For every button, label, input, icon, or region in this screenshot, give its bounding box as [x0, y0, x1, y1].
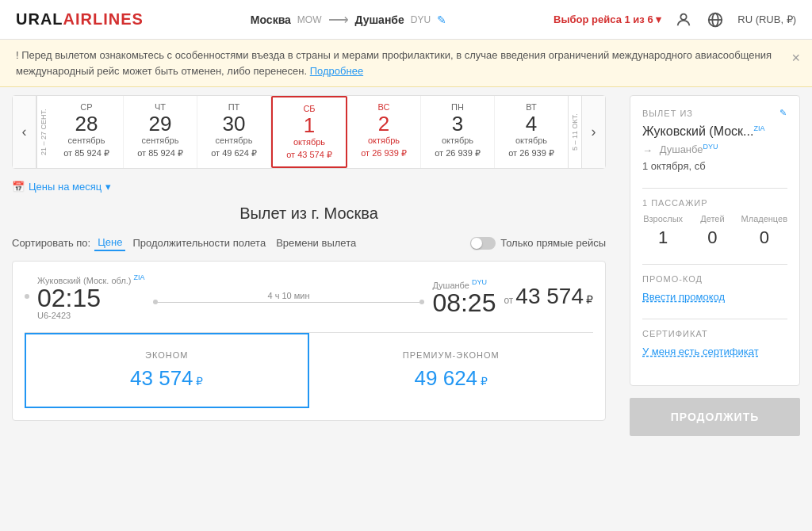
- calendar-day-6[interactable]: ВТ 4 октябрь от 26 939 ₽: [495, 96, 568, 168]
- pax-children: Детей 0: [691, 214, 733, 248]
- day-month-1: сентябрь: [128, 136, 193, 145]
- pax-infants: Младенцев 0: [741, 214, 787, 248]
- sidebar-from-code: ZIA: [753, 124, 764, 132]
- day-name-5: ПН: [425, 102, 490, 112]
- flight-dot: [25, 294, 29, 299]
- week-label-right: 5 – 11 ОКТ.: [568, 96, 581, 168]
- alert-bar: ! Перед вылетом ознакомьтесь с особеннос…: [0, 40, 812, 87]
- sidebar-divider-1: [642, 188, 787, 189]
- calendar-day-3[interactable]: СБ 1 октябрь от 43 574 ₽: [271, 96, 347, 168]
- sort-bar: Сортировать по: Цене Продолжительности п…: [12, 235, 606, 251]
- pax-children-label: Детей: [691, 214, 733, 223]
- day-num-6: 4: [499, 113, 564, 134]
- promo-title: ПРОМО-КОД: [642, 274, 787, 284]
- month-prices-link[interactable]: 📅 Цены на месяц ▾: [12, 181, 606, 193]
- sidebar-passengers-section: 1 ПАССАЖИР Взрослых 1 Детей 0 Младенцев …: [642, 198, 787, 248]
- continue-button[interactable]: ПРОДОЛЖИТЬ: [630, 398, 800, 436]
- promo-link[interactable]: Ввести промокод: [642, 291, 725, 303]
- sidebar-edit-icon[interactable]: ✎: [779, 108, 787, 118]
- flight-line-container: 4 ч 10 мин: [153, 291, 425, 303]
- pax-adults-label: Взрослых: [642, 214, 684, 223]
- header-right: Выбор рейса 1 из 6 ▾ RU (RUB, ₽): [553, 10, 796, 29]
- calendar-prev-button[interactable]: ‹: [13, 96, 36, 168]
- calendar-day-1[interactable]: ЧТ 29 сентябрь от 85 924 ₽: [124, 96, 197, 168]
- sidebar-from-name: Жуковский (Моск...: [642, 124, 753, 138]
- cert-title: СЕРТИФИКАТ: [642, 329, 787, 338]
- sidebar-to-route: → ДушанбеDYU: [642, 143, 787, 155]
- passengers-row: Взрослых 1 Детей 0 Младенцев 0: [642, 214, 787, 248]
- day-name-1: ЧТ: [128, 102, 193, 112]
- week-label-left: 21 – 27 СЕНТ.: [36, 96, 50, 168]
- logo: URAL AIRLINES: [16, 10, 144, 29]
- pax-children-count: 0: [691, 227, 733, 248]
- logo-ural: URAL: [16, 10, 63, 29]
- sort-label: Сортировать по:: [12, 237, 90, 249]
- flight-depart-time: 02:15: [37, 285, 145, 311]
- price-amount: 43 574: [515, 284, 584, 309]
- flight-price: от 43 574 ₽: [504, 284, 593, 309]
- calendar-day-0[interactable]: СР 28 сентябрь от 85 924 ₽: [50, 96, 124, 168]
- sort-by-price[interactable]: Цене: [94, 235, 125, 251]
- user-icon[interactable]: [674, 10, 693, 29]
- dest-code: DYU: [411, 14, 431, 25]
- day-month-2: сентябрь: [201, 136, 266, 145]
- header: URAL AIRLINES Москва MOW ⟶ Душанбе DYU ✎…: [0, 0, 812, 40]
- fare-premium-price-row: 49 624 ₽: [323, 366, 580, 391]
- sidebar-departure-title: ВЫЛЕТ ИЗ ✎: [642, 108, 787, 118]
- sidebar-card: ВЫЛЕТ ИЗ ✎ Жуковский (Моск...ZIA → Душан…: [630, 95, 800, 386]
- alert-link[interactable]: Подробнее: [310, 65, 363, 77]
- calendar-day-2[interactable]: ПТ 30 сентябрь от 49 624 ₽: [197, 96, 271, 168]
- fare-economy[interactable]: ЭКОНОМ 43 574 ₽: [25, 333, 309, 408]
- sidebar-route: Жуковский (Моск...ZIA: [642, 124, 787, 139]
- day-price-3: от 43 574 ₽: [277, 150, 342, 160]
- sidebar-to-code: DYU: [703, 143, 718, 151]
- sort-by-duration[interactable]: Продолжительности полета: [129, 235, 269, 250]
- sort-by-time[interactable]: Времени вылета: [273, 235, 359, 250]
- flight-card: Жуковский (Моск. обл.) ZIA 02:15 U6-2423…: [12, 261, 606, 421]
- sidebar-date: 1 октября, сб: [642, 160, 787, 172]
- fare-economy-currency: ₽: [196, 375, 203, 388]
- right-sidebar: ВЫЛЕТ ИЗ ✎ Жуковский (Моск...ZIA → Душан…: [618, 87, 812, 444]
- day-num-5: 3: [425, 113, 490, 134]
- route-edit-icon[interactable]: ✎: [437, 13, 446, 26]
- pax-adults: Взрослых 1: [642, 214, 684, 248]
- language-selector[interactable]: RU (RUB, ₽): [737, 13, 796, 25]
- flight-to: Душанбе DYU 08:25: [432, 278, 496, 315]
- day-name-2: ПТ: [201, 102, 266, 112]
- sidebar-divider-2: [642, 264, 787, 265]
- header-route: Москва MOW ⟶ Душанбе DYU ✎: [251, 11, 446, 29]
- toggle-switch[interactable]: [470, 237, 496, 250]
- sidebar-divider-3: [642, 319, 787, 319]
- day-name-6: ВТ: [499, 102, 564, 112]
- pax-adults-count: 1: [642, 227, 684, 248]
- calendar-next-button[interactable]: ›: [581, 96, 605, 168]
- fare-options: ЭКОНОМ 43 574 ₽ ПРЕМИУМ-ЭКОНОМ 49 624 ₽: [25, 332, 593, 408]
- flight-main-row: Жуковский (Моск. обл.) ZIA 02:15 U6-2423…: [25, 273, 593, 320]
- calendar-day-5[interactable]: ПН 3 октябрь от 26 939 ₽: [421, 96, 495, 168]
- flight-select-label[interactable]: Выбор рейса 1 из 6 ▾: [553, 13, 661, 25]
- from-code: ZIA: [134, 273, 145, 281]
- sidebar-promo-section: ПРОМО-КОД Ввести промокод: [642, 274, 787, 303]
- pax-infants-label: Младенцев: [741, 214, 787, 223]
- sidebar-to-name: Душанбе: [660, 144, 703, 156]
- svg-point-0: [681, 13, 687, 19]
- main-container: ‹ 21 – 27 СЕНТ. СР 28 сентябрь от 85 924…: [0, 87, 812, 444]
- left-content: ‹ 21 – 27 СЕНТ. СР 28 сентябрь от 85 924…: [0, 87, 618, 444]
- day-num-3: 1: [277, 115, 342, 136]
- day-price-2: от 49 624 ₽: [201, 148, 266, 159]
- to-code: DYU: [472, 278, 487, 286]
- price-currency: ₽: [586, 293, 593, 306]
- calendar-icon: 📅: [12, 181, 25, 193]
- flight-route-line: [153, 302, 425, 303]
- fare-premium[interactable]: ПРЕМИУМ-ЭКОНОМ 49 624 ₽: [309, 333, 594, 408]
- direct-flights-toggle[interactable]: Только прямые рейсы: [470, 237, 606, 250]
- day-price-6: от 26 939 ₽: [499, 148, 564, 159]
- calendar-strip: ‹ 21 – 27 СЕНТ. СР 28 сентябрь от 85 924…: [12, 95, 606, 169]
- cert-link[interactable]: У меня есть сертификат: [642, 346, 759, 357]
- flight-from: Жуковский (Моск. обл.) ZIA 02:15 U6-2423: [37, 273, 145, 320]
- alert-close-icon[interactable]: ×: [791, 48, 800, 69]
- flight-duration: 4 ч 10 мин: [267, 291, 309, 300]
- calendar-day-4[interactable]: ВС 2 октябрь от 26 939 ₽: [347, 96, 421, 168]
- globe-icon[interactable]: [706, 10, 725, 29]
- fare-economy-price: 43 574: [130, 366, 193, 390]
